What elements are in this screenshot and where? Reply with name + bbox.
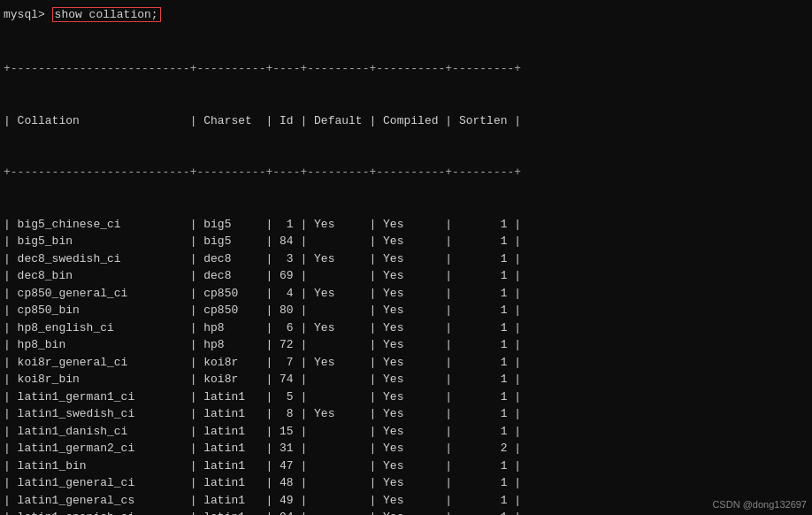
table-row: | cp850_bin | cp850 | 80 | | Yes | 1 | [4,302,808,319]
table-row: | latin1_general_ci | latin1 | 48 | | Ye… [4,474,808,492]
table-row: | koi8r_bin | koi8r | 74 | | Yes | 1 | [4,371,808,388]
prompt-command: show collation; [52,7,161,22]
watermark: CSDN @dong132697 [712,499,807,510]
table-row: | latin1_swedish_ci | latin1 | 8 | Yes |… [4,405,808,423]
table-row: | latin1_german1_ci | latin1 | 5 | | Yes… [4,388,808,406]
separator-top: +--------------------------+----------+-… [4,60,808,78]
table-row: | hp8_english_ci | hp8 | 6 | Yes | Yes |… [4,319,808,337]
table-row: | dec8_swedish_ci | dec8 | 3 | Yes | Yes… [4,250,808,268]
table-output: +--------------------------+----------+-… [4,26,808,515]
table-row: | cp850_general_ci | cp850 | 4 | Yes | Y… [4,285,808,303]
table-row: | latin1_bin | latin1 | 47 | | Yes | 1 | [4,457,808,475]
table-rows: | big5_chinese_ci | big5 | 1 | Yes | Yes… [4,216,808,516]
terminal: mysql> show collation; +----------------… [0,0,812,515]
table-row: | hp8_bin | hp8 | 72 | | Yes | 1 | [4,336,808,354]
table-header: | Collation | Charset | Id | Default | C… [4,112,808,130]
separator-mid: +--------------------------+----------+-… [4,164,808,181]
prompt-line: mysql> show collation; [4,7,808,22]
table-row: | dec8_bin | dec8 | 69 | | Yes | 1 | [4,267,808,285]
table-row: | latin1_spanish_ci | latin1 | 94 | | Ye… [4,509,808,515]
table-row: | koi8r_general_ci | koi8r | 7 | Yes | Y… [4,354,808,372]
prompt-label: mysql> [4,8,52,21]
table-row: | big5_chinese_ci | big5 | 1 | Yes | Yes… [4,216,808,234]
table-row: | big5_bin | big5 | 84 | | Yes | 1 | [4,233,808,250]
table-row: | latin1_danish_ci | latin1 | 15 | | Yes… [4,423,808,441]
table-row: | latin1_general_cs | latin1 | 49 | | Ye… [4,492,808,510]
table-row: | latin1_german2_ci | latin1 | 31 | | Ye… [4,440,808,457]
